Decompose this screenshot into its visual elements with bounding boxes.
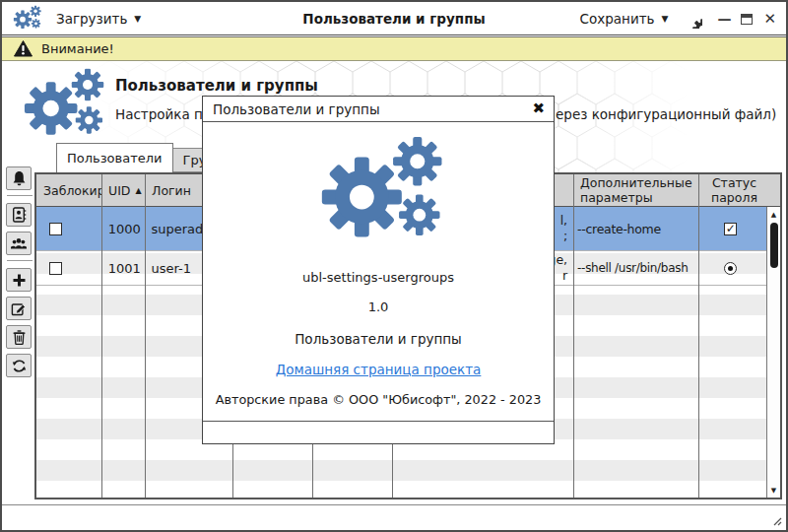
plus-icon: [12, 273, 27, 288]
resize-grip[interactable]: [770, 514, 782, 526]
maximize-button[interactable]: [741, 14, 753, 25]
maximize-icon: [741, 14, 753, 25]
edit-icon: [11, 301, 27, 316]
copyright-text: Авторские права © ООО "Юбисофт", 2022 - …: [203, 392, 554, 407]
column-header-uid[interactable]: UID ▲: [101, 174, 145, 206]
uid-cell: 1001: [101, 251, 145, 285]
refresh-icon: [12, 359, 27, 373]
scrollbar-thumb[interactable]: [770, 223, 778, 268]
save-menu-label: Сохранить: [580, 11, 655, 27]
checkbox-checked[interactable]: ✓: [724, 223, 737, 235]
trash-icon: [12, 329, 27, 345]
address-book-icon: [12, 207, 27, 223]
homepage-link-row: Домашняя страница проекта: [203, 362, 554, 377]
version-number: 1.0: [203, 299, 554, 314]
scroll-up-arrow[interactable]: ▲: [767, 208, 780, 221]
column-header-uid-label: UID: [108, 183, 130, 198]
extra-params-cell: --create-home: [570, 207, 694, 250]
toolbar-separator: [7, 195, 33, 196]
checkbox-unchecked[interactable]: [49, 262, 62, 275]
column-header-blocked[interactable]: Заблокир: [36, 174, 101, 206]
column-header-extra-params[interactable]: Дополнительные параметры: [573, 174, 698, 206]
check-icon: ✓: [726, 223, 736, 234]
toolbar: Загрузить ▼ Пользователи и группы Сохран…: [2, 2, 786, 35]
password-status-cell: [694, 251, 766, 285]
status-bar: [2, 504, 786, 530]
settings-button[interactable]: [683, 9, 702, 29]
dialog-title: Пользователи и группы: [213, 101, 380, 117]
minimize-button[interactable]: —: [717, 12, 730, 26]
chevron-down-icon: ▼: [662, 14, 669, 24]
column-header-password-status[interactable]: Статус пароля: [698, 174, 770, 206]
radio-selected-icon[interactable]: [724, 262, 737, 275]
uid-cell: 1000: [101, 207, 145, 250]
toolbar-separator: [7, 260, 33, 261]
bell-icon: [12, 170, 27, 186]
refresh-button[interactable]: [6, 354, 32, 377]
app-logo-icon: [321, 134, 445, 254]
dialog-titlebar: Пользователи и группы ✖: [203, 97, 554, 122]
about-dialog: Пользователи и группы ✖ ubl-settings-use…: [202, 96, 555, 444]
page-subtitle-right: ерез конфигурационный файл): [556, 106, 776, 122]
dialog-footer: [203, 421, 554, 443]
app-window: Загрузить ▼ Пользователи и группы Сохран…: [0, 0, 788, 532]
all-users-button[interactable]: [6, 232, 32, 255]
app-logo-icon: [20, 67, 110, 146]
side-toolbar: [6, 166, 33, 382]
edit-user-button[interactable]: [6, 297, 32, 320]
vertical-scrollbar[interactable]: ▲ ▼: [766, 207, 780, 498]
sort-ascending-icon: ▲: [135, 186, 141, 195]
project-homepage-link[interactable]: Домашняя страница проекта: [276, 362, 482, 377]
local-users-button[interactable]: [6, 203, 32, 227]
dialog-close-button[interactable]: ✖: [532, 100, 545, 117]
scroll-down-arrow[interactable]: ▼: [767, 484, 780, 497]
application-name: Пользователи и группы: [203, 331, 554, 347]
password-status-cell: ✓: [694, 207, 766, 250]
tab-users[interactable]: Пользователи: [56, 143, 173, 172]
blocked-cell: [36, 251, 101, 285]
add-user-button[interactable]: [6, 268, 32, 292]
notifications-button[interactable]: [6, 166, 32, 190]
warning-text: Внимание!: [41, 41, 114, 56]
save-menu-button[interactable]: Сохранить ▼: [580, 2, 669, 35]
page-subtitle-left: Настройка пр: [115, 106, 211, 122]
users-group-icon: [11, 236, 27, 251]
package-name: ubl-settings-usergroups: [203, 270, 554, 285]
close-button[interactable]: ✕: [763, 12, 776, 27]
extra-params-cell: --shell /usr/bin/bash: [570, 251, 694, 285]
blocked-cell: [36, 207, 101, 250]
gear-icon: [683, 9, 702, 29]
page-title: Пользователи и группы: [115, 77, 318, 95]
delete-user-button[interactable]: [6, 325, 32, 349]
warning-icon: [14, 40, 33, 57]
warning-banner: Внимание!: [2, 36, 786, 61]
checkbox-unchecked[interactable]: [49, 223, 62, 235]
